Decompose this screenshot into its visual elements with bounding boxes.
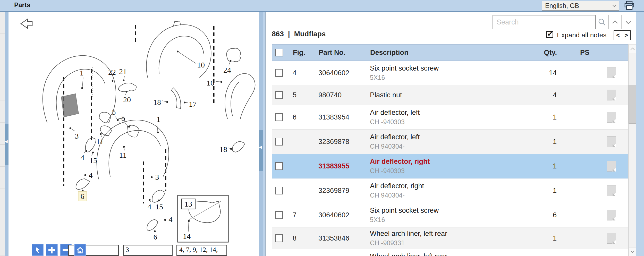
left-splitter-grip[interactable]	[5, 124, 9, 165]
quantity: 1	[518, 138, 557, 146]
row-checkbox[interactable]	[275, 234, 283, 242]
table-row[interactable]: 430640602Six point socket screw5X1614	[272, 61, 628, 85]
table-row[interactable]: 631383954Air deflector, leftCH -9403031	[272, 105, 628, 130]
description-chassis-range: CH -909331	[370, 239, 527, 247]
figure-nav: < >	[614, 30, 631, 40]
pointer-tool-button[interactable]	[32, 244, 44, 256]
collapse-diagram-icon[interactable]: ◀	[259, 145, 262, 149]
note-icon[interactable]	[607, 67, 616, 78]
row-checkbox[interactable]	[275, 113, 283, 121]
expand-all-notes-label: Expand all notes	[557, 31, 606, 39]
note-icon[interactable]	[607, 112, 616, 123]
scroll-down-button[interactable]	[629, 247, 636, 256]
scroll-up-button[interactable]	[629, 44, 636, 53]
description-cell: Plastic nut	[370, 91, 527, 99]
diagram-callout-22: 22	[108, 68, 116, 76]
panel-splitter-grip[interactable]	[259, 130, 263, 171]
header-description: Description	[370, 49, 409, 57]
quantity: 1	[518, 187, 557, 195]
select-all-checkbox[interactable]	[275, 49, 283, 56]
description-cell: Air deflector, rightCH 940304-	[370, 182, 527, 199]
header-ps: PS	[580, 49, 589, 57]
description-cell: Air deflector, leftCH 940304-	[370, 133, 527, 150]
description-chassis-range: CH 940304-	[370, 192, 527, 199]
diagram-callout-1: 1	[157, 115, 160, 123]
table-row[interactable]: 32369879Air deflector, rightCH 940304-1	[272, 178, 628, 203]
next-figure-button[interactable]: >	[622, 31, 630, 40]
home-view-button[interactable]	[74, 244, 86, 256]
note-icon[interactable]	[607, 233, 616, 244]
search-button[interactable]	[596, 15, 608, 29]
plus-icon	[48, 247, 55, 253]
description-cell: Six point socket screw5X16	[370, 207, 527, 224]
section-name: Mudflaps	[294, 30, 326, 38]
description-cell: Air deflector, leftCH -940303	[370, 109, 527, 126]
description: Wheel arch liner, left rear	[370, 252, 527, 256]
description: Plastic nut	[370, 91, 527, 99]
previous-figure-button[interactable]: <	[614, 31, 622, 40]
part-number: 31383954	[318, 113, 349, 121]
note-icon[interactable]	[607, 161, 616, 172]
row-checkbox[interactable]	[275, 69, 283, 77]
language-select-value: English, GB	[545, 2, 579, 10]
note-icon[interactable]	[607, 210, 616, 220]
row-checkbox[interactable]	[275, 91, 283, 99]
table-body: 430640602Six point socket screw5X1614598…	[272, 61, 628, 256]
left-splitter[interactable]: ◀	[5, 12, 9, 256]
table-row[interactable]: 730640602Six point socket screw5X166	[272, 203, 628, 227]
scrollbar-thumb[interactable]	[629, 85, 636, 124]
header-part: Part No.	[319, 49, 345, 57]
left-rail	[0, 12, 5, 256]
table-row[interactable]: 32369878Air deflector, leftCH 940304-1	[272, 130, 628, 154]
diagram-callout-13: 13	[181, 199, 196, 209]
callout-layer: 1222120102410181755131111415346184154614…	[9, 12, 259, 256]
fig-number: 8	[293, 234, 296, 242]
search-input[interactable]	[493, 15, 596, 29]
language-select[interactable]: English, GB	[542, 1, 619, 11]
quantity: 4	[518, 91, 557, 99]
chevron-down-icon	[625, 19, 631, 24]
search-prev-button[interactable]	[608, 15, 621, 29]
expand-all-notes-checkbox[interactable]	[546, 31, 553, 38]
diagram-callout-6: 6	[154, 233, 157, 241]
row-checkbox[interactable]	[275, 187, 283, 194]
description-chassis-range: 5X16	[370, 216, 527, 224]
diagram-callout-17: 17	[189, 100, 197, 108]
note-icon[interactable]	[607, 136, 616, 147]
chevron-up-icon	[612, 20, 617, 25]
thumbnail-figure-3[interactable]: 3	[123, 245, 173, 256]
note-icon[interactable]	[607, 90, 616, 100]
description-chassis-range: CH 940304-	[370, 143, 527, 150]
thumbnail-figure-group[interactable]: 4, 7, 9, 12, 14, 18	[176, 245, 227, 256]
table-row[interactable]: Wheel arch liner, left rear	[272, 249, 628, 256]
note-icon[interactable]	[607, 185, 616, 196]
description: Six point socket screw	[370, 64, 527, 72]
print-button[interactable]	[623, 1, 635, 11]
part-number: 30640602	[318, 69, 349, 77]
table-row[interactable]: 31383955Air deflector, rightCH -9403031	[272, 154, 628, 178]
table-row[interactable]: 5980740Plastic nut4	[272, 85, 628, 105]
fig-number: 5	[293, 91, 296, 99]
cursor-icon	[34, 246, 41, 254]
diagram-callout-3: 3	[155, 173, 159, 181]
diagram-callout-24: 24	[223, 66, 231, 74]
description: Air deflector, left	[370, 133, 527, 141]
part-number: 31353846	[318, 234, 349, 242]
table-row[interactable]: 831353846Wheel arch liner, left rearCH -…	[272, 227, 628, 249]
scrollbar-track[interactable]	[629, 44, 636, 256]
diagram-callout-18: 18	[153, 98, 161, 106]
row-checkbox[interactable]	[275, 138, 283, 146]
zoom-in-button[interactable]	[46, 244, 58, 256]
panel-splitter[interactable]: ◀	[259, 12, 263, 256]
chevron-up-icon	[630, 47, 634, 52]
search-next-button[interactable]	[621, 15, 635, 29]
collapse-left-icon[interactable]: ◀	[5, 139, 8, 144]
diagram-callout-18: 18	[219, 146, 227, 153]
chevron-down-icon	[612, 3, 616, 7]
row-checkbox[interactable]	[275, 211, 283, 219]
fig-number: 7	[293, 211, 296, 219]
description: Air deflector, left	[370, 109, 527, 117]
parts-table: Fig. Part No. Description Qty. PS 430640…	[272, 44, 629, 256]
description: Air deflector, right	[370, 158, 527, 166]
row-checkbox[interactable]	[275, 162, 283, 170]
